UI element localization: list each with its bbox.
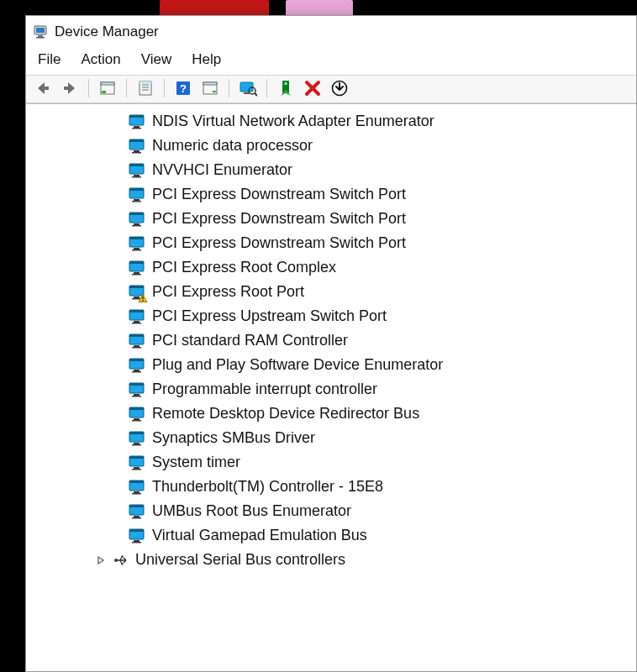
toolbar-separator (266, 79, 267, 97)
device-item[interactable]: NVVHCI Enumerator (26, 158, 636, 182)
svg-rect-1 (36, 28, 45, 33)
menu-view[interactable]: View (141, 51, 172, 68)
svg-line-21 (255, 93, 257, 96)
menu-action[interactable]: Action (81, 51, 120, 68)
system-device-icon (129, 357, 145, 374)
device-item[interactable]: Virtual Gamepad Emulation Bus (26, 523, 636, 548)
svg-rect-17 (203, 82, 217, 85)
svg-rect-2 (38, 35, 43, 37)
svg-rect-5 (64, 87, 69, 90)
toolbar-separator (126, 79, 127, 97)
device-label: PCI Express Downstream Switch Port (152, 186, 406, 203)
system-device-icon (129, 381, 145, 398)
system-device-icon (129, 528, 145, 544)
device-manager-icon (33, 24, 48, 39)
svg-rect-3 (36, 37, 45, 39)
device-label: PCI Express Downstream Switch Port (152, 234, 406, 252)
device-item[interactable]: Remote Desktop Device Redirector Bus (26, 402, 636, 426)
titlebar[interactable]: Device Manager (26, 16, 636, 48)
device-tree[interactable]: NDIS Virtual Network Adapter EnumeratorN… (26, 103, 636, 671)
system-device-icon (129, 186, 145, 203)
system-device-icon (129, 430, 145, 447)
toolbar-separator (164, 79, 165, 97)
device-item[interactable]: Thunderbolt(TM) Controller - 15E8 (26, 475, 636, 499)
update-driver-button[interactable] (328, 77, 351, 99)
device-item[interactable]: PCI Express Downstream Switch Port (26, 231, 636, 255)
device-item[interactable]: PCI Express Root Port (26, 280, 636, 304)
device-label: PCI Express Root Port (152, 283, 304, 301)
category-label: Universal Serial Bus controllers (135, 551, 345, 569)
help-button[interactable]: ? (171, 77, 195, 99)
device-item[interactable]: PCI Express Downstream Switch Port (26, 182, 636, 207)
system-device-icon (129, 211, 145, 228)
toolbar-separator (229, 79, 229, 97)
system-device-icon (129, 333, 145, 349)
back-button[interactable] (31, 77, 55, 99)
device-label: PCI Express Root Complex (152, 259, 336, 276)
device-label: System timer (152, 454, 240, 471)
device-label: Plug and Play Software Device Enumerator (152, 356, 443, 374)
menu-file[interactable]: File (38, 51, 61, 68)
device-label: NDIS Virtual Network Adapter Enumerator (152, 113, 434, 130)
scan-hardware-button[interactable] (236, 77, 260, 99)
system-device-icon (129, 235, 145, 252)
device-label: PCI Express Upstream Switch Port (152, 307, 387, 325)
device-label: Remote Desktop Device Redirector Bus (152, 405, 419, 423)
system-device-icon (129, 260, 145, 276)
show-hide-tree-button[interactable] (96, 77, 119, 99)
system-device-icon (129, 503, 145, 520)
system-device-icon (129, 138, 145, 155)
system-device-icon (129, 308, 145, 325)
device-label: Numeric data processor (152, 137, 313, 155)
disable-device-button[interactable] (301, 77, 324, 99)
enable-device-button[interactable] (274, 77, 297, 99)
toolbar: ? (26, 75, 636, 103)
expand-caret-icon[interactable] (95, 556, 107, 564)
window-title: Device Manager (55, 24, 159, 40)
device-item[interactable]: Synaptics SMBus Driver (26, 426, 636, 450)
device-item[interactable]: PCI Express Downstream Switch Port (26, 207, 636, 231)
device-item[interactable]: System timer (26, 450, 636, 475)
device-label: NVVHCI Enumerator (152, 161, 292, 179)
device-label: Synaptics SMBus Driver (152, 429, 315, 447)
properties-button[interactable] (134, 77, 157, 99)
toolbar-separator (88, 79, 89, 97)
background-tile (160, 0, 269, 17)
svg-rect-23 (285, 82, 287, 85)
device-item[interactable]: NDIS Virtual Network Adapter Enumerator (26, 109, 636, 134)
device-label: PCI standard RAM Controller (152, 332, 348, 349)
device-item[interactable]: UMBus Root Bus Enumerator (26, 499, 636, 523)
system-device-icon (129, 284, 145, 301)
device-label: UMBus Root Bus Enumerator (152, 502, 351, 520)
forward-button[interactable] (58, 77, 82, 99)
background-tile (286, 0, 353, 17)
svg-text:?: ? (180, 82, 187, 95)
usb-icon (113, 553, 129, 568)
view-button[interactable] (198, 77, 222, 99)
svg-rect-13 (140, 81, 151, 84)
menubar: File Action View Help (26, 48, 636, 75)
device-label: PCI Express Downstream Switch Port (152, 210, 406, 228)
device-item[interactable]: Plug and Play Software Device Enumerator (26, 353, 636, 377)
system-device-icon (129, 454, 145, 471)
device-item[interactable]: PCI standard RAM Controller (26, 328, 636, 353)
device-item[interactable]: PCI Express Upstream Switch Port (26, 304, 636, 328)
svg-rect-7 (101, 82, 114, 85)
system-device-icon (129, 113, 145, 130)
warning-overlay-icon (138, 293, 148, 303)
device-item[interactable]: Numeric data processor (26, 134, 636, 158)
device-manager-window: Device Manager File Action View Help (25, 15, 637, 672)
device-label: Programmable interrupt controller (152, 381, 377, 398)
device-category[interactable]: Universal Serial Bus controllers (26, 548, 636, 572)
device-item[interactable]: PCI Express Root Complex (26, 255, 636, 280)
device-label: Thunderbolt(TM) Controller - 15E8 (152, 478, 383, 496)
menu-help[interactable]: Help (192, 51, 221, 68)
device-item[interactable]: Programmable interrupt controller (26, 377, 636, 402)
svg-rect-4 (44, 87, 49, 90)
system-device-icon (129, 479, 145, 496)
device-label: Virtual Gamepad Emulation Bus (152, 527, 367, 544)
system-device-icon (129, 162, 145, 179)
system-device-icon (129, 406, 145, 423)
